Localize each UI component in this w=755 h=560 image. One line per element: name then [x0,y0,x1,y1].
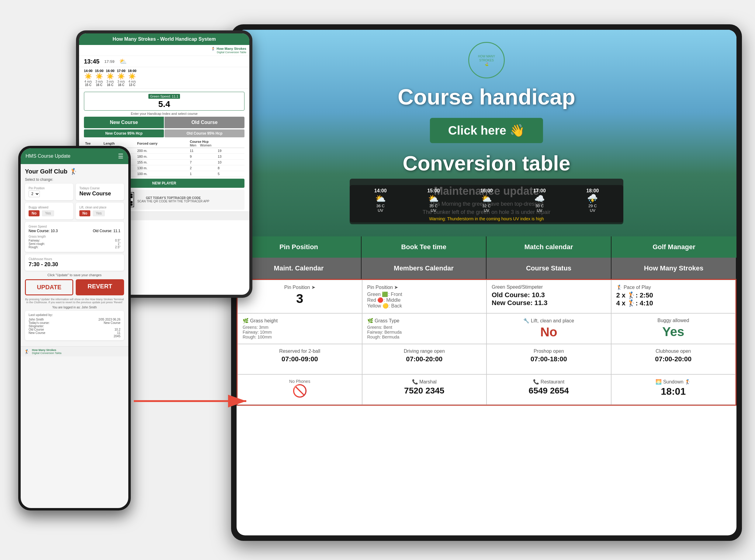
cell-driving-range: Driving range open 07:00-20:00 [362,344,487,374]
cell-dr-value: 07:00-20:00 [367,355,482,363]
nav-how-many-strokes[interactable]: How Many Strokes [612,258,736,279]
nav-maint-calendar[interactable]: Maint. Calendar [236,258,362,279]
buggy-yes-toggle[interactable]: Yes [42,210,54,216]
cell-clubhouse: Clubhouse open 07:00-20:00 [611,344,736,374]
nav-golf-manager[interactable]: Golf Manager [612,236,736,258]
cell-gs-label: Green Speed/Stimpeter [492,284,606,290]
click-here-button[interactable]: Click here 👋 [430,118,543,143]
cell-ch-value: 07:00-20:00 [616,355,731,363]
todays-course-label: Todays Course [79,186,120,190]
tablet-large-screen: HOW MANYSTROKES⛳ Course handicap Click h… [236,30,736,535]
weather-row: 14:00 ⛅ 36 C UV 15:00 ⛅ 35 C UV 16:00 ⛅ [350,185,623,224]
cell-reserved-2ball: Reserved for 2-ball 07:00-09:00 [237,344,362,374]
phone-logged-as: You are logged in as: John Smith [25,306,124,309]
hamburger-icon[interactable]: ☰ [118,153,123,160]
lift-no-toggle[interactable]: No [79,210,90,216]
pin-position-select[interactable]: 213 [28,191,40,197]
cell-grass-height: 🌿 Grass height Greens: 3mm Fairway: 10mm… [237,313,362,344]
cell-gh-fairway: Fairway: 10mm [243,330,357,335]
th-forced: Forced carry [136,139,189,148]
last-updated-title: Last updated by: [28,313,120,317]
cell-proshop: Proshop open 07:00-18:00 [486,344,611,374]
cell-pin2-detail: Green 🟩: Front Red 🔴: Middle Yellow 🟡: B… [367,292,482,309]
cell-ps-label: Proshop open [492,348,606,354]
cell-m-label: 📞 Marshal [367,379,482,385]
phone-header: HMS Course Update ☰ [21,148,128,164]
mid-weather-5: 18:00 ☀️ 4 m/s 13 C [128,69,137,86]
phone-update-buttons: UPDATE REVERT [25,279,124,295]
lift-label: Lift, clean and place [79,206,120,209]
cell-no-phones: No Phones 🚫 [237,374,362,405]
lift-yes-toggle[interactable]: Yes [93,210,105,216]
cell-sd-value: 18:01 [616,386,731,397]
cell-buggy-value: Yes [616,324,731,339]
cell-pin-position: Pin Position ➤ 3 [237,280,362,313]
tablet-mid-logo-text: 🏌️ How Many Strokes Digital Conversion T… [211,47,246,54]
nav-course-status[interactable]: Course Status [486,258,612,279]
qr-label2: SCAN THE QR CODE WITH THE TOPTRACER APP [137,200,209,203]
cell-sd-label: 🌅 Sundown 🏌️ [616,379,731,385]
cell-ps-value: 07:00-18:00 [492,355,606,363]
phone-screen: HMS Course Update ☰ Your Golf Club 🏌️ Se… [21,148,128,508]
weather-item-4: 17:00 ☁️ 30 C UV [515,188,564,213]
cell-pin2-label: Pin Position ➤ [367,284,482,290]
old-course-button[interactable]: Old Course [164,117,245,128]
new-course-button[interactable]: New Course [84,117,164,128]
cell-pin-value: 3 [243,292,357,306]
cell-ch-label: Clubhouse open [616,348,731,354]
lift-toggle: No Yes [79,210,120,216]
nav-pin-position[interactable]: Pin Position [236,236,362,258]
nav-book-tee[interactable]: Book Tee time [362,236,486,258]
cell-gt-fairway: Fairway: Bermuda [367,330,482,335]
cell-grass-type: 🌿 Grass Type Greens: Bent Fairway: Bermu… [362,313,487,344]
nav-match-calendar[interactable]: Match calendar [486,236,612,258]
green-speed-box: Green Speed: 11.1 5.4 [84,92,245,111]
update-button[interactable]: UPDATE [25,279,73,295]
cell-gh-rough: Rough: 100mm [243,335,357,339]
nav-grid-2: Maint. Calendar Members Calendar Course … [236,258,736,279]
th-course-hcp: Course HcpMen Women [189,139,245,148]
qr-label1: GET TODAY'S TOPTRACER QR CODE [137,196,209,200]
stingmeter-row: Stingmeter: [28,324,120,328]
green-speed-label: Green Speed: 11.1 [148,94,180,99]
revert-button[interactable]: REVERT [76,279,124,295]
cell-pop-val1: 2 x 🏌️: 2:50 [616,292,731,299]
weather-warning: Warning: Thunderstorm in the coming hour… [356,216,617,221]
pin-position-label: Pin Position [28,186,70,190]
new-course-hcp-tab[interactable]: New Course 95% Hcp [84,129,164,137]
old-course-hcp-tab[interactable]: Old Course 95% Hcp [164,129,245,137]
mid-weather-3: 16:00 ☀️ 3 m/s 16 C [106,69,114,86]
phone-card-buggy: Buggy allowed No Yes [25,203,73,219]
stingmeter-values: Old Course10.2 [28,328,120,331]
course-buttons: New Course Old Course [84,117,245,128]
phone-note: By pressing 'Update' the information wil… [25,298,124,304]
cell-gt-rough: Rough: Bermuda [367,335,482,339]
phone-footer: 🏌️ How Many StrokesDigital Conversion Ta… [21,346,128,356]
todays-course-value: New Course [79,191,120,197]
red-arrow [131,383,252,419]
cell-gs-old: Old Course: 10.3 [492,291,606,299]
cell-gh-greens: Greens: 3mm [243,325,357,330]
tablet-mid-weather: 14:00 ☀️ 4 m/s 15 C 15:00 ☀️ 3 m/s 16 C … [79,67,249,89]
no-phones-icon: 🚫 [243,384,357,398]
cell-green-speed: Green Speed/Stimpeter Old Course: 10.3 N… [486,280,611,313]
nav-grid-1: Pin Position Book Tee time Match calenda… [236,236,736,258]
weather-icon-main: ⛅ [119,58,127,65]
new-course-stg-row: New Course11 [28,331,120,335]
hcp-tabs: New Course 95% Hcp Old Course 95% Hcp [84,129,245,137]
nav-members-calendar[interactable]: Members Calendar [362,258,486,279]
phone-body: Your Golf Club 🏌️ Select to change: Pin … [21,164,128,346]
phone-club-name: Your Golf Club 🏌️ [25,168,124,175]
old-course-gs: Old Course: 11.1 [93,229,120,233]
enter-hcp-text: Enter your Handicap Index and select cou… [79,112,249,116]
phone-footer-text: How Many StrokesDigital Conversion Takta [32,348,61,355]
mid-weather-1: 14:00 ☀️ 4 m/s 15 C [84,69,93,86]
cell-pace-of-play: 🏌️ Pace of Play 2 x 🏌️: 2:50 4 x 🏌️: 4:1… [611,280,736,313]
phone-select-label: Select to change: [25,177,124,182]
logo-circle: HOW MANYSTROKES⛳ [468,42,505,78]
golfer-icon: 🏌️ [70,168,78,175]
weather-item-3: 16:00 ⛅ 32 C UV [462,188,511,213]
tablet-mid-logo: 🏌️ How Many Strokes Digital Conversion T… [79,45,249,56]
buggy-no-toggle[interactable]: No [28,210,40,216]
tablet-large: HOW MANYSTROKES⛳ Course handicap Click h… [231,24,742,541]
